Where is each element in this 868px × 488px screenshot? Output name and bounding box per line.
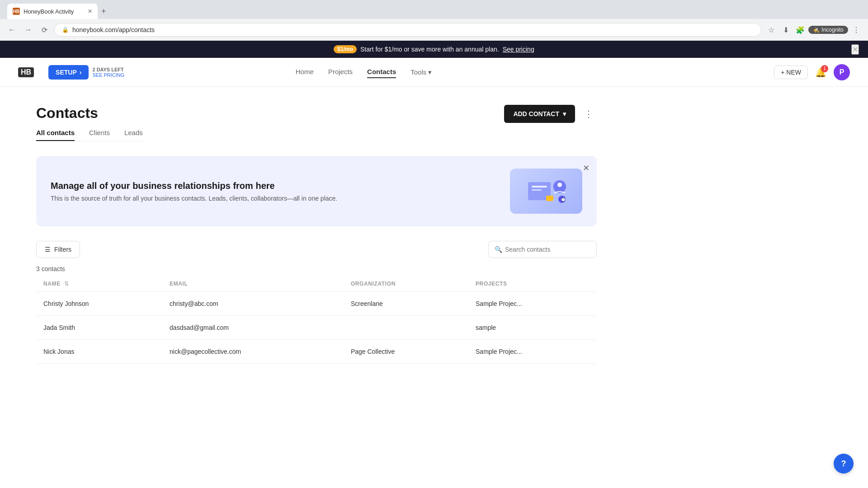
search-input-wrap: 🔍 xyxy=(488,241,597,258)
lock-icon: 🔒 xyxy=(62,27,69,33)
app-wrapper: $1/mo Start for $1/mo or save more with … xyxy=(0,41,868,488)
info-banner-heading: Manage all of your business relationship… xyxy=(51,181,337,191)
info-banner-close-button[interactable]: ✕ xyxy=(583,163,590,173)
col-projects: PROJECTS xyxy=(468,276,597,292)
add-contact-label: ADD CONTACT xyxy=(513,110,559,117)
page-content: Contacts All contacts Clients Leads ADD … xyxy=(0,87,633,382)
search-icon: 🔍 xyxy=(495,246,502,253)
table-header: NAME ⇅ EMAIL ORGANIZATION PROJECTS xyxy=(36,276,597,292)
svg-text:💬: 💬 xyxy=(561,197,566,202)
notification-badge: 1 xyxy=(821,65,828,72)
info-banner-illustration: 💬 xyxy=(510,169,582,214)
more-options-button[interactable]: ⋮ xyxy=(580,106,597,122)
new-tab-button[interactable]: + xyxy=(98,7,110,16)
table-row[interactable]: Nick Jonas nick@pagecollective.com Page … xyxy=(36,340,597,364)
url-text: honeybook.com/app/contacts xyxy=(72,26,754,33)
info-banner-body: This is the source of truth for all your… xyxy=(51,195,337,202)
filters-button[interactable]: ☰ Filters xyxy=(36,241,80,258)
filter-label: Filters xyxy=(54,246,71,253)
info-banner-text: Manage all of your business relationship… xyxy=(51,181,337,202)
table-row[interactable]: Christy Johnson christy@abc.com Screenla… xyxy=(36,292,597,316)
nav-contacts[interactable]: Contacts xyxy=(367,66,396,78)
nav-home[interactable]: Home xyxy=(296,66,314,78)
nav-tools[interactable]: Tools ▾ xyxy=(410,66,432,78)
setup-button[interactable]: SETUP › xyxy=(48,65,89,80)
avatar[interactable]: P xyxy=(834,64,850,80)
search-input[interactable] xyxy=(488,241,597,258)
contacts-controls: ☰ Filters 🔍 xyxy=(36,241,597,258)
contact-name: Christy Johnson xyxy=(36,292,162,316)
svg-rect-1 xyxy=(532,186,547,188)
nav-actions: ☆ ⬇ 🧩 🕵 Incognito ⋮ xyxy=(765,23,863,36)
filter-icon: ☰ xyxy=(45,246,51,253)
tab-leads[interactable]: Leads xyxy=(124,129,143,141)
col-email: EMAIL xyxy=(162,276,344,292)
tab-favicon: HB xyxy=(13,8,20,15)
top-banner: $1/mo Start for $1/mo or save more with … xyxy=(0,41,868,58)
address-bar[interactable]: 🔒 honeybook.com/app/contacts xyxy=(54,23,761,37)
days-left-label: 2 DAYS LEFT xyxy=(92,67,124,72)
header-actions: + NEW 🔔 1 P xyxy=(774,64,850,80)
reload-button[interactable]: ⟳ xyxy=(38,23,51,36)
back-button[interactable]: ← xyxy=(5,23,18,36)
table-row[interactable]: Jada Smith dasdsad@gmail.com sample xyxy=(36,316,597,340)
add-contact-button[interactable]: ADD CONTACT ▾ xyxy=(504,105,575,123)
contact-organization xyxy=(344,316,468,340)
new-button-label: + NEW xyxy=(781,69,801,76)
incognito-label: Incognito xyxy=(821,27,844,33)
contact-email: dasdsad@gmail.com xyxy=(162,316,344,340)
see-pricing-link[interactable]: SEE PRICING xyxy=(92,72,124,78)
tab-all-contacts[interactable]: All contacts xyxy=(36,129,75,141)
incognito-badge: 🕵 Incognito xyxy=(808,26,848,34)
banner-text: Start for $1/mo or save more with an ann… xyxy=(360,46,499,53)
contact-projects: sample xyxy=(468,316,597,340)
contact-projects: Sample Projec... xyxy=(468,292,597,316)
notifications-button[interactable]: 🔔 1 xyxy=(815,67,826,78)
page-title: Contacts xyxy=(36,105,143,122)
contact-organization: Screenlane xyxy=(344,292,468,316)
contacts-table-body: Christy Johnson christy@abc.com Screenla… xyxy=(36,292,597,364)
menu-button[interactable]: ⋮ xyxy=(850,23,863,36)
browser-nav: ← → ⟳ 🔒 honeybook.com/app/contacts ☆ ⬇ 🧩… xyxy=(0,19,868,41)
app-header: HB SETUP › 2 DAYS LEFT SEE PRICING Home … xyxy=(0,58,868,87)
col-name[interactable]: NAME ⇅ xyxy=(36,276,162,292)
tools-chevron-icon: ▾ xyxy=(428,68,432,76)
page-actions: ADD CONTACT ▾ ⋮ xyxy=(504,105,597,123)
page-tabs: All contacts Clients Leads xyxy=(36,129,143,141)
banner-badge: $1/mo xyxy=(334,45,357,53)
tab-title: HoneyBook Activity xyxy=(24,8,84,15)
forward-button[interactable]: → xyxy=(22,23,34,36)
col-name-label: NAME xyxy=(43,281,61,287)
svg-point-4 xyxy=(557,183,562,187)
new-button[interactable]: + NEW xyxy=(774,66,808,79)
tab-bar: HB HoneyBook Activity ✕ + xyxy=(0,0,868,19)
contacts-count: 3 contacts xyxy=(36,265,597,272)
banner-pricing-link[interactable]: See pricing xyxy=(503,46,534,53)
browser-chrome: HB HoneyBook Activity ✕ + ← → ⟳ 🔒 honeyb… xyxy=(0,0,868,41)
col-organization: ORGANIZATION xyxy=(344,276,468,292)
extension-button[interactable]: 🧩 xyxy=(794,23,807,36)
page-title-section: Contacts All contacts Clients Leads xyxy=(36,105,143,141)
nav-projects[interactable]: Projects xyxy=(328,66,353,78)
app-logo: HB xyxy=(18,67,34,77)
contact-name: Nick Jonas xyxy=(36,340,162,364)
tab-close-icon[interactable]: ✕ xyxy=(88,8,92,14)
contacts-table: NAME ⇅ EMAIL ORGANIZATION PROJECTS Chris… xyxy=(36,276,597,364)
setup-label: SETUP xyxy=(56,69,77,76)
contact-email: christy@abc.com xyxy=(162,292,344,316)
banner-close-button[interactable]: ✕ xyxy=(851,44,859,55)
svg-rect-5 xyxy=(546,196,553,201)
download-button[interactable]: ⬇ xyxy=(779,23,792,36)
tools-label: Tools xyxy=(410,68,426,76)
page-header: Contacts All contacts Clients Leads ADD … xyxy=(36,105,597,141)
sort-icon: ⇅ xyxy=(64,281,69,287)
help-button[interactable]: ? xyxy=(834,454,854,474)
bookmark-button[interactable]: ☆ xyxy=(765,23,778,36)
contact-email: nick@pagecollective.com xyxy=(162,340,344,364)
tab-clients[interactable]: Clients xyxy=(89,129,110,141)
add-contact-chevron-icon: ▾ xyxy=(563,110,566,117)
logo-text: HB xyxy=(18,67,34,77)
active-tab[interactable]: HB HoneyBook Activity ✕ xyxy=(7,4,98,19)
setup-arrow-icon: › xyxy=(80,69,82,76)
info-banner: Manage all of your business relationship… xyxy=(36,156,597,226)
